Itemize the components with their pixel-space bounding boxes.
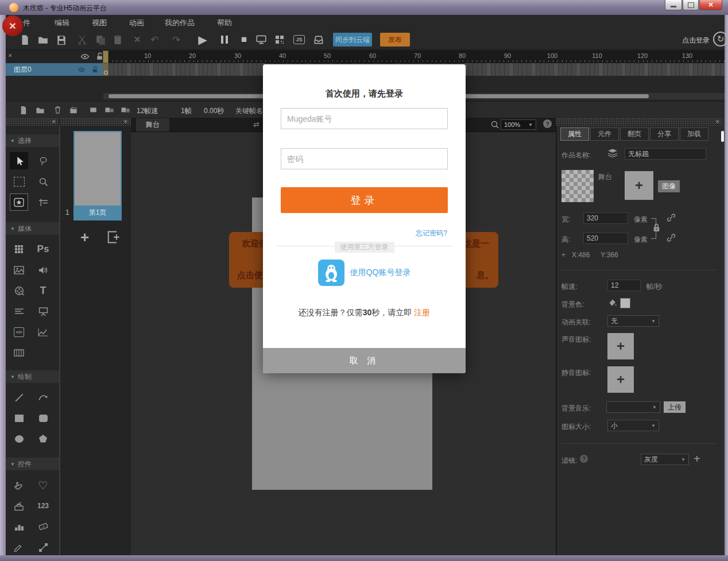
stage-image-add-button[interactable]: +	[625, 171, 653, 200]
save-button[interactable]	[54, 32, 69, 47]
tool-lasso[interactable]	[34, 152, 52, 169]
tool-vote[interactable]	[10, 497, 28, 514]
visibility-column-icon[interactable]	[80, 53, 90, 60]
tool-symbol[interactable]	[10, 194, 28, 211]
add-filter-button[interactable]: +	[694, 452, 700, 466]
new-folder-button[interactable]	[34, 105, 46, 115]
menu-animation[interactable]: 动画	[129, 18, 144, 28]
section-select[interactable]: ▼选择	[6, 134, 59, 147]
js-export-button[interactable]: JS	[292, 32, 307, 47]
tool-guides[interactable]	[34, 194, 52, 211]
menu-file[interactable]: 件	[23, 18, 30, 28]
tool-signature[interactable]	[10, 539, 28, 556]
maximize-button[interactable]	[683, 0, 699, 10]
tool-filmstrip[interactable]	[10, 344, 28, 361]
current-frame-cell[interactable]	[103, 63, 109, 76]
tool-rounded-rectangle[interactable]	[34, 409, 52, 427]
menu-view[interactable]: 视图	[92, 18, 107, 28]
new-file-button[interactable]	[17, 32, 32, 47]
tool-transform[interactable]	[10, 173, 28, 190]
timeline-close-icon[interactable]: ✕	[8, 53, 13, 59]
qq-login-button[interactable]: 使用QQ账号登录	[263, 260, 466, 286]
close-button[interactable]: ✕	[699, 0, 722, 10]
login-button[interactable]: 登录	[281, 187, 448, 213]
tool-text[interactable]: T	[34, 282, 52, 299]
copy-button[interactable]	[93, 32, 108, 47]
properties-panel-header[interactable]: ✕	[556, 118, 722, 126]
menu-edit[interactable]: 编辑	[55, 18, 69, 28]
menu-help[interactable]: 帮助	[217, 18, 232, 28]
tool-line[interactable]	[10, 389, 28, 406]
tool-chart[interactable]	[34, 323, 52, 341]
delete-button[interactable]: ✕	[130, 32, 145, 47]
tool-counter[interactable]: 123	[34, 497, 52, 514]
undo-button[interactable]: ↶	[147, 32, 162, 47]
menu-my-works[interactable]: 我的作品	[165, 18, 195, 28]
aspect-lock-icon[interactable]	[652, 223, 661, 233]
notification-close-badge[interactable]: ✕	[2, 16, 23, 36]
framerate-input[interactable]	[607, 280, 641, 291]
tool-audio[interactable]	[34, 261, 52, 278]
properties-panel-close-icon[interactable]: ✕	[715, 119, 720, 125]
stage-zoom-icon[interactable]	[490, 120, 499, 129]
insert-page-button[interactable]	[106, 230, 121, 245]
section-draw[interactable]: ▼绘制	[6, 370, 59, 383]
stage-bg-swatch[interactable]	[562, 170, 594, 202]
open-file-button[interactable]	[36, 32, 51, 47]
zoom-level-dropdown[interactable]: 100% ▼	[501, 119, 536, 130]
section-widgets[interactable]: ▼控件	[6, 458, 59, 470]
work-name-input[interactable]	[625, 148, 706, 160]
tool-rectangle[interactable]	[10, 409, 28, 427]
paint-bucket-icon[interactable]	[607, 297, 618, 308]
remove-frame-button[interactable]	[119, 105, 131, 115]
click-login-label[interactable]: 点击登录	[682, 36, 710, 45]
pages-panel-header[interactable]: ✕	[60, 118, 131, 126]
section-media[interactable]: ▼媒体	[6, 222, 59, 235]
sync-to-cloud-button[interactable]: 同步到云端	[333, 33, 372, 47]
mute-icon-add-button[interactable]: +	[607, 366, 634, 393]
tool-touch[interactable]	[10, 477, 28, 494]
publish-package-button[interactable]	[311, 32, 326, 47]
insert-frame-button[interactable]	[87, 105, 99, 115]
qrcode-button[interactable]	[272, 32, 287, 47]
tool-coupon[interactable]	[34, 518, 52, 535]
tab-symbols[interactable]: 元件	[590, 127, 619, 141]
stop-button[interactable]: ■	[237, 32, 251, 47]
tab-share[interactable]: 分享	[650, 127, 679, 141]
playhead[interactable]	[103, 51, 109, 63]
filter-help-icon[interactable]: ?	[580, 455, 588, 463]
tool-component[interactable]	[10, 241, 28, 258]
anim-link-dropdown[interactable]: 无 ▼	[607, 315, 659, 327]
cut-button[interactable]	[75, 32, 90, 47]
page-thumbnail[interactable]: 第1页	[73, 131, 122, 220]
sound-icon-add-button[interactable]: +	[607, 333, 634, 359]
tool-image[interactable]	[10, 261, 28, 278]
tool-photoshop[interactable]: Ps	[34, 241, 52, 258]
cancel-button[interactable]: 取 消	[263, 348, 466, 373]
pages-panel-close-icon[interactable]: ✕	[123, 119, 128, 125]
duplicate-layer-button[interactable]	[68, 105, 79, 115]
layer-lock-icon[interactable]	[91, 65, 99, 73]
tools-panel-header[interactable]: ✕	[6, 118, 59, 126]
login-sync-icon[interactable]: ↻	[713, 32, 728, 47]
delete-layer-button[interactable]	[52, 105, 63, 115]
tool-select-arrow[interactable]	[10, 152, 28, 169]
bg-music-dropdown[interactable]: ▼	[606, 401, 660, 413]
register-link[interactable]: 注册	[414, 308, 430, 317]
layer-row[interactable]: 图层0	[6, 63, 103, 76]
password-input[interactable]	[281, 148, 448, 169]
upload-button[interactable]: 上传	[664, 401, 686, 413]
play-button[interactable]: ▶	[195, 32, 210, 47]
tab-properties[interactable]: 属性	[560, 127, 589, 141]
panel-scrollbar-thumb[interactable]	[721, 131, 724, 142]
stage-help-button[interactable]: ?	[543, 119, 552, 128]
paste-button[interactable]	[110, 32, 125, 47]
tool-video[interactable]	[10, 282, 28, 299]
tool-code[interactable]: </>	[10, 323, 28, 341]
new-layer-button[interactable]	[17, 105, 29, 115]
stage-tab[interactable]: 舞台	[136, 118, 169, 131]
tool-board[interactable]	[34, 303, 52, 320]
tool-like[interactable]: ♡	[34, 477, 52, 494]
tool-paragraph[interactable]	[10, 303, 28, 320]
tool-arc[interactable]	[34, 389, 52, 406]
